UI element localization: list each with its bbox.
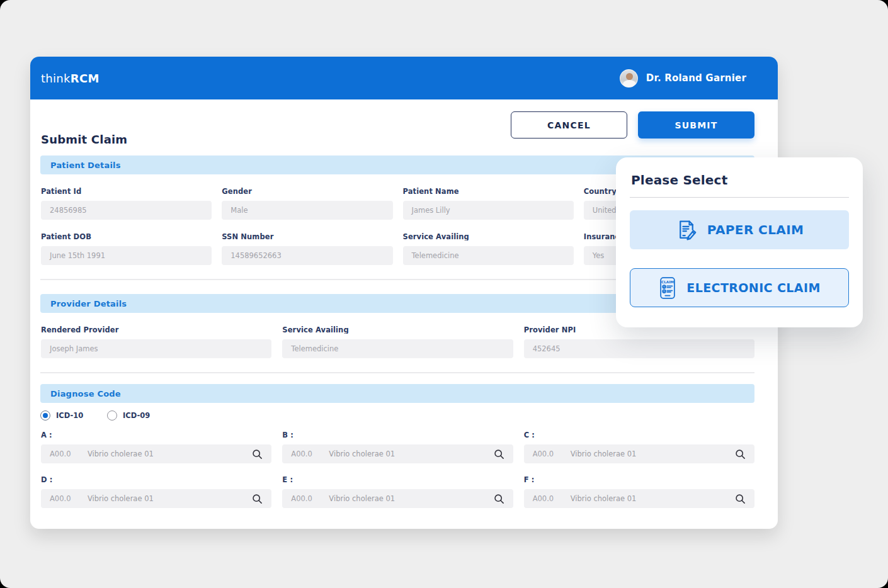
cancel-button[interactable]: CANCEL [511,111,627,139]
paper-claim-icon [675,218,698,241]
diagnose-code-value: A00.0 [533,494,559,503]
diagnose-fields-row-1: A00.0 Vibrio cholerae 01 A00.0 Vibrio ch… [41,444,754,463]
radio-unselected-icon[interactable] [107,410,117,421]
diagnose-c-label: C : [524,431,754,439]
section-divider [40,372,754,373]
provider-npi-field[interactable]: 452645 [524,339,754,358]
patient-id-field[interactable]: 24856985 [41,201,212,220]
diagnose-e-field[interactable]: A00.0 Vibrio cholerae 01 [282,489,513,508]
submit-button[interactable]: SUBMIT [638,111,754,139]
gender-field[interactable]: Male [222,201,392,220]
radio-icd-09-label: ICD-09 [123,411,150,420]
diagnose-d-field[interactable]: A00.0 Vibrio cholerae 01 [41,489,271,508]
service-availing-field[interactable]: Telemedicine [403,246,574,265]
diagnose-description: Vibrio cholerae 01 [88,494,154,503]
diagnose-code-value: A00.0 [291,494,317,503]
diagnose-description: Vibrio cholerae 01 [329,449,395,458]
patient-name-field[interactable]: James Lilly [403,201,574,220]
diagnose-description: Vibrio cholerae 01 [571,449,637,458]
paper-claim-button[interactable]: PAPER CLAIM [630,210,849,249]
ssn-number-label: SSN Number [222,232,392,240]
user-menu[interactable]: Dr. Roland Garnier [620,69,746,88]
app-header: thinkRCM Dr. Roland Garnier [30,57,778,99]
diagnose-b-label: B : [282,431,513,439]
paper-claim-label: PAPER CLAIM [707,222,804,237]
provider-fields-row: Joseph James Telemedicine 452645 [41,339,754,358]
search-icon[interactable] [252,449,263,460]
svg-text:CLAIM: CLAIM [661,280,674,283]
diagnose-fields-row-2: A00.0 Vibrio cholerae 01 A00.0 Vibrio ch… [41,489,754,508]
diagnose-f-label: F : [524,475,754,483]
search-icon[interactable] [252,494,263,504]
search-icon[interactable] [735,494,746,504]
service-availing-label: Service Availing [403,232,574,240]
diagnose-labels-row-1: A : B : C : [41,431,754,439]
logo-think: think [41,72,71,85]
radio-icd-09[interactable]: ICD-09 [107,410,165,421]
app-background: thinkRCM Dr. Roland Garnier CANCEL SUBMI… [0,0,888,588]
patient-details-title: Patient Details [50,161,121,170]
user-avatar[interactable] [620,69,638,88]
electronic-claim-icon: CLAIM [658,276,677,300]
diagnose-code-value: A00.0 [533,449,559,458]
diagnose-d-label: D : [41,475,271,483]
provider-details-title: Provider Details [50,299,127,308]
diagnose-f-field[interactable]: A00.0 Vibrio cholerae 01 [524,489,754,508]
patient-id-label: Patient Id [41,187,212,195]
diagnose-description: Vibrio cholerae 01 [571,494,637,503]
provider-service-availing-field[interactable]: Telemedicine [282,339,513,358]
radio-icd-10[interactable]: ICD-10 [40,410,98,421]
radio-icd-10-label: ICD-10 [56,411,83,420]
diagnose-code-value: A00.0 [50,494,76,503]
diagnose-e-label: E : [282,475,513,483]
diagnose-labels-row-2: D : E : F : [41,475,754,483]
search-icon[interactable] [494,449,504,460]
diagnose-a-field[interactable]: A00.0 Vibrio cholerae 01 [41,444,271,463]
ssn-number-field[interactable]: 14589652663 [222,246,392,265]
electronic-claim-button[interactable]: CLAIM ELECTRONIC CLAIM [630,268,849,307]
app-logo: thinkRCM [41,72,100,85]
diagnose-b-field[interactable]: A00.0 Vibrio cholerae 01 [282,444,513,463]
electronic-claim-label: ELECTRONIC CLAIM [686,281,820,295]
provider-service-availing-label: Service Availing [282,325,513,334]
diagnose-code-value: A00.0 [291,449,317,458]
diagnose-code-title: Diagnose Code [50,389,121,399]
radio-selected-icon[interactable] [40,410,50,421]
gender-label: Gender [222,187,392,195]
modal-title: Please Select [631,172,849,188]
claim-type-modal: Please Select PAPER CLAIM CLAIM [616,157,863,327]
rendered-provider-field[interactable]: Joseph James [41,339,271,358]
icd-radio-group: ICD-10 ICD-09 [40,410,754,421]
diagnose-c-field[interactable]: A00.0 Vibrio cholerae 01 [524,444,754,463]
search-icon[interactable] [735,449,746,460]
logo-rcm: RCM [71,72,100,85]
rendered-provider-label: Rendered Provider [41,325,271,334]
diagnose-a-label: A : [41,431,271,439]
diagnose-description: Vibrio cholerae 01 [329,494,395,503]
user-name: Dr. Roland Garnier [646,72,746,84]
modal-divider [630,197,849,198]
diagnose-description: Vibrio cholerae 01 [88,449,154,458]
diagnose-code-value: A00.0 [50,449,76,458]
patient-name-label: Patient Name [403,187,574,195]
patient-dob-label: Patient DOB [41,232,212,240]
diagnose-code-section-header: Diagnose Code [40,384,754,403]
search-icon[interactable] [494,494,504,504]
patient-dob-field[interactable]: June 15th 1991 [41,246,212,265]
